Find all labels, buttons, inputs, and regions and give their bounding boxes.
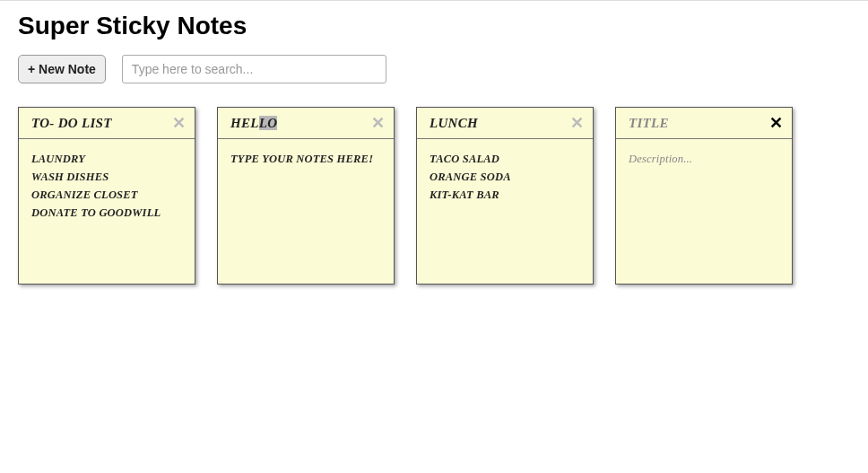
note-card: ✕ Taco salad orange soda Kit-Kat bar xyxy=(416,107,594,285)
page-title: Super Sticky Notes xyxy=(18,12,850,40)
close-icon[interactable]: ✕ xyxy=(369,115,386,131)
note-card: Hello ✕ type your notes here! xyxy=(217,107,395,285)
note-header: ✕ xyxy=(417,108,593,139)
note-body[interactable]: Laundry Wash dishes Organize closet Dona… xyxy=(19,139,195,284)
note-title-input[interactable] xyxy=(629,116,768,131)
toolbar: + New Note xyxy=(18,55,850,83)
note-body[interactable]: type your notes here! xyxy=(218,139,394,284)
note-header: Hello ✕ xyxy=(218,108,394,139)
close-icon[interactable]: ✕ xyxy=(170,115,187,131)
note-title-input[interactable] xyxy=(31,116,170,131)
note-body[interactable]: Taco salad orange soda Kit-Kat bar xyxy=(417,139,593,284)
close-icon[interactable]: ✕ xyxy=(569,115,586,131)
search-input[interactable] xyxy=(122,55,386,83)
note-card: ✕ xyxy=(615,107,793,285)
note-title-input[interactable]: Hello xyxy=(230,116,369,131)
note-title-input[interactable] xyxy=(430,116,569,131)
note-body[interactable] xyxy=(616,139,792,284)
note-header: ✕ xyxy=(616,108,792,139)
notes-grid: ✕ Laundry Wash dishes Organize closet Do… xyxy=(18,107,850,285)
new-note-button[interactable]: + New Note xyxy=(18,55,106,83)
note-card: ✕ Laundry Wash dishes Organize closet Do… xyxy=(18,107,195,285)
close-icon[interactable]: ✕ xyxy=(768,115,785,131)
note-header: ✕ xyxy=(19,108,195,139)
